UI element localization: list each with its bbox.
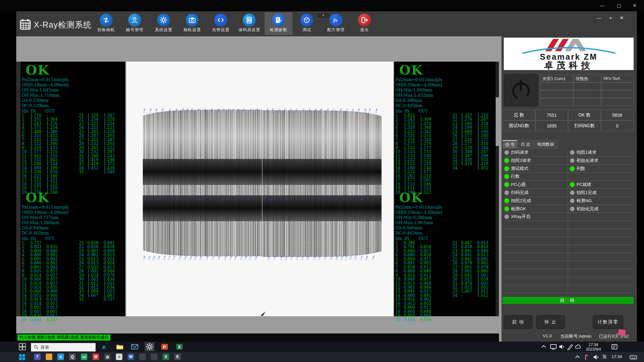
app-close-button[interactable]: ✕: [617, 15, 626, 21]
stop-button[interactable]: 停 止: [536, 315, 565, 329]
tab-log[interactable]: 日 志: [518, 140, 533, 149]
measure-row: 281.0010.990: [452, 269, 488, 273]
tray-clock[interactable]: 17:342023/9/4: [583, 343, 604, 352]
toolbar-button-3[interactable]: 系统设置: [150, 12, 178, 35]
taskbar2-icon-excel-2[interactable]: X: [161, 352, 171, 361]
taskbar2-icon-folder-app[interactable]: [44, 352, 54, 361]
measure-row: 281.1771.210: [452, 142, 488, 146]
taskbar2-icon-search-app[interactable]: Q: [68, 352, 77, 361]
svg-text:e: e: [102, 344, 106, 350]
os-close-button[interactable]: ✕: [630, 3, 639, 9]
signal-row: 拍照2完成检测NG: [502, 197, 634, 205]
tray2-time[interactable]: 17:34: [612, 355, 622, 359]
xray-power-button[interactable]: [504, 74, 538, 106]
measure-header-line: OH-Max:1.067mm: [395, 220, 433, 225]
measure-header-line: OH[0.10mm~4.00mm]: [22, 82, 68, 87]
keyboard-icon[interactable]: [628, 353, 638, 362]
tray2-red-flag-icon[interactable]: [582, 353, 592, 362]
signal-row: [502, 253, 634, 261]
search-input[interactable]: 搜索: [31, 343, 96, 352]
measure-row: 301.3091.287: [452, 150, 488, 154]
os-titlebar: [0, 0, 644, 11]
measure-row: 81.1221.166: [22, 142, 57, 146]
toolbar-button-6[interactable]: 读码器设置: [235, 12, 263, 35]
settings-2-icon: [151, 354, 157, 360]
count-clear-button[interactable]: 计数清零: [593, 315, 623, 329]
tube-status-cell: 光管1 Com1: [540, 75, 573, 82]
taskbar2-icon-settings-2[interactable]: [149, 352, 159, 361]
taskbar2-icon-word[interactable]: W: [126, 352, 136, 361]
chevron-down-icon[interactable]: ∨: [316, 12, 330, 18]
taskbar-icon-file-explorer[interactable]: [115, 342, 125, 351]
led-indicator-on: [504, 166, 509, 171]
measure-row: 281.0010.946: [79, 269, 115, 273]
toolbar-label: 检测参数: [265, 27, 292, 33]
led-indicator-off: [570, 150, 575, 155]
measure-row: 61.3311.210: [395, 134, 431, 138]
taskbar-icon-powerpoint[interactable]: P: [160, 342, 169, 351]
signal-row: [502, 229, 634, 237]
start-button[interactable]: 启 动: [504, 315, 532, 329]
toolbar-button-7[interactable]: 检测参数: [265, 12, 292, 35]
signal-row: 行数: [502, 173, 634, 181]
music-app-icon: M: [93, 354, 99, 360]
action-center-icon[interactable]: [610, 342, 619, 351]
measure-row: 301.0451.034: [79, 277, 115, 281]
measure-row: 21.2431.309: [395, 117, 431, 121]
taskbar2-icon-qe-tool[interactable]: QE: [79, 352, 89, 361]
start-button-remote[interactable]: [19, 343, 26, 352]
start-button-local[interactable]: [19, 354, 25, 362]
taskbar-icon-settings[interactable]: [145, 342, 155, 351]
taskbar2-icon-search-dark[interactable]: [138, 352, 147, 361]
signal-label: PC就绪: [576, 182, 591, 187]
signal-row: 拍照2请求初始化请求: [502, 157, 634, 165]
app-minimize-button[interactable]: —: [595, 15, 603, 20]
tray-chevron-up-icon[interactable]: [539, 342, 549, 351]
taskbar-icon-excel[interactable]: X: [175, 342, 184, 351]
os-minimize-button[interactable]: —: [597, 3, 607, 9]
taskbar-icon-edge[interactable]: e: [100, 342, 110, 351]
taskbar2-icon-notepad[interactable]: ≡: [114, 352, 124, 361]
tab-battery-data[interactable]: 电池数据: [534, 140, 558, 149]
signal-label: 扫码完成: [511, 190, 528, 196]
toolbar-button-4[interactable]: 相机设置: [178, 12, 206, 35]
tab-signal[interactable]: 信 号: [502, 140, 517, 149]
led-indicator-off: [570, 190, 575, 195]
mode-auto-bar: 自 动: [502, 297, 634, 304]
taskbar-icon-mail[interactable]: [130, 342, 140, 351]
ime-language-indicator[interactable]: 英: [602, 355, 607, 359]
tray2-chevron-up-icon[interactable]: [573, 353, 582, 362]
measure-header-line: DC:0.495mm: [395, 103, 422, 108]
code-icon: [214, 14, 227, 27]
signal-row: XRay开启: [502, 213, 634, 221]
signal-label: PC心跳: [511, 182, 526, 187]
measure-row: 80.9350.857: [22, 269, 57, 273]
toolbar-button-10[interactable]: 退出: [351, 12, 378, 35]
tray2-speaker-icon[interactable]: [591, 353, 601, 362]
led-indicator-off: [570, 199, 575, 203]
measure-row: 60.8910.902: [395, 261, 431, 265]
os-maximize-button[interactable]: ▢: [614, 3, 624, 9]
measure-row: 190.8360.913: [22, 314, 57, 318]
taskbar2-icon-edge-2[interactable]: e: [56, 352, 66, 361]
led-indicator-off: [504, 150, 509, 155]
app-plus-button[interactable]: +: [606, 15, 615, 20]
tube-status-cell: [601, 98, 634, 106]
tray-cloud-icon[interactable]: [573, 342, 583, 351]
toolbar-label: 读码器设置: [235, 27, 263, 33]
measure-header-line: DA:0.396mm: [395, 98, 422, 103]
measure-row: 331.0671.012: [452, 289, 488, 293]
toolbar-button-5[interactable]: 光管设置: [207, 12, 235, 35]
taskbar2-icon-camera-app[interactable]: ◎: [103, 352, 112, 361]
taskbar2-icon-everything[interactable]: E: [173, 352, 182, 361]
account-label: 当前账号:Admin: [560, 333, 591, 339]
toolbar-button-2[interactable]: 账号管理: [121, 12, 149, 35]
taskbar2-icon-teams[interactable]: T: [32, 352, 42, 361]
measure-header-line: DC:0.462mm: [22, 231, 49, 235]
brand-line2: 卓茂科技: [544, 60, 593, 70]
tube-status-cell: 0KV 0uA: [601, 75, 634, 82]
measure-row: 200.8140.858: [395, 318, 431, 322]
toolbar-button-1[interactable]: 切换相机: [92, 12, 120, 35]
measure-header-line: OH-Min:0.737mm: [22, 215, 59, 220]
taskbar2-icon-music-app[interactable]: M: [91, 352, 101, 361]
